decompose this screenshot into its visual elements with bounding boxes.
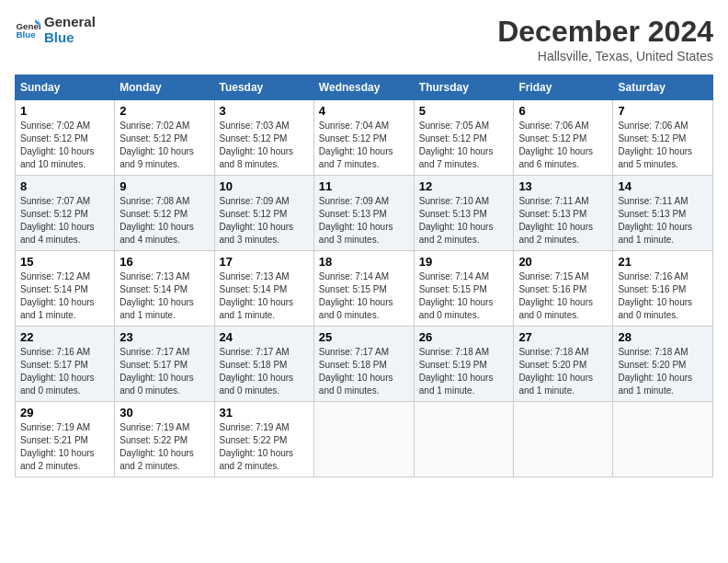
calendar-cell: 29Sunrise: 7:19 AM Sunset: 5:21 PM Dayli… <box>16 402 115 477</box>
calendar-cell: 13Sunrise: 7:11 AM Sunset: 5:13 PM Dayli… <box>514 176 613 251</box>
day-info: Sunrise: 7:17 AM Sunset: 5:17 PM Dayligh… <box>119 347 194 396</box>
calendar-cell: 4Sunrise: 7:04 AM Sunset: 5:12 PM Daylig… <box>313 100 414 176</box>
calendar-week-4: 22Sunrise: 7:16 AM Sunset: 5:17 PM Dayli… <box>16 327 713 402</box>
day-info: Sunrise: 7:09 AM Sunset: 5:12 PM Dayligh… <box>220 196 294 245</box>
calendar-table: SundayMondayTuesdayWednesdayThursdayFrid… <box>15 75 713 477</box>
day-number: 4 <box>319 104 409 118</box>
day-number: 9 <box>119 179 209 193</box>
day-info: Sunrise: 7:17 AM Sunset: 5:18 PM Dayligh… <box>319 347 393 396</box>
calendar-cell: 26Sunrise: 7:18 AM Sunset: 5:19 PM Dayli… <box>414 327 514 402</box>
day-info: Sunrise: 7:19 AM Sunset: 5:21 PM Dayligh… <box>20 422 95 471</box>
calendar-cell: 6Sunrise: 7:06 AM Sunset: 5:12 PM Daylig… <box>514 100 613 176</box>
day-number: 20 <box>518 255 608 269</box>
calendar-cell: 14Sunrise: 7:11 AM Sunset: 5:13 PM Dayli… <box>613 176 713 251</box>
day-info: Sunrise: 7:11 AM Sunset: 5:13 PM Dayligh… <box>618 196 692 245</box>
calendar-cell: 18Sunrise: 7:14 AM Sunset: 5:15 PM Dayli… <box>313 251 414 327</box>
day-info: Sunrise: 7:15 AM Sunset: 5:16 PM Dayligh… <box>518 271 593 320</box>
column-header-tuesday: Tuesday <box>214 75 313 100</box>
column-header-thursday: Thursday <box>414 75 514 100</box>
day-info: Sunrise: 7:14 AM Sunset: 5:15 PM Dayligh… <box>319 271 393 320</box>
day-info: Sunrise: 7:08 AM Sunset: 5:12 PM Dayligh… <box>119 196 194 245</box>
day-number: 30 <box>119 406 209 419</box>
calendar-week-5: 29Sunrise: 7:19 AM Sunset: 5:21 PM Dayli… <box>16 402 713 477</box>
day-number: 17 <box>220 255 309 269</box>
page-header: General Blue General Blue December 2024 … <box>15 15 713 63</box>
calendar-cell: 20Sunrise: 7:15 AM Sunset: 5:16 PM Dayli… <box>514 251 613 327</box>
day-info: Sunrise: 7:19 AM Sunset: 5:22 PM Dayligh… <box>220 422 294 471</box>
calendar-cell <box>414 402 514 477</box>
day-info: Sunrise: 7:18 AM Sunset: 5:20 PM Dayligh… <box>618 347 692 396</box>
day-number: 7 <box>618 104 708 118</box>
day-info: Sunrise: 7:17 AM Sunset: 5:18 PM Dayligh… <box>220 347 294 396</box>
day-number: 13 <box>518 179 608 193</box>
calendar-cell: 1Sunrise: 7:02 AM Sunset: 5:12 PM Daylig… <box>16 100 115 176</box>
day-number: 18 <box>319 255 409 269</box>
day-info: Sunrise: 7:14 AM Sunset: 5:15 PM Dayligh… <box>419 271 494 320</box>
day-number: 31 <box>220 406 309 419</box>
calendar-cell: 22Sunrise: 7:16 AM Sunset: 5:17 PM Dayli… <box>16 327 115 402</box>
day-number: 19 <box>419 255 509 269</box>
day-info: Sunrise: 7:10 AM Sunset: 5:13 PM Dayligh… <box>419 196 494 245</box>
title-block: December 2024 Hallsville, Texas, United … <box>497 15 713 63</box>
day-number: 8 <box>20 179 109 193</box>
calendar-cell: 5Sunrise: 7:05 AM Sunset: 5:12 PM Daylig… <box>414 100 514 176</box>
day-info: Sunrise: 7:12 AM Sunset: 5:14 PM Dayligh… <box>20 271 95 320</box>
calendar-cell: 21Sunrise: 7:16 AM Sunset: 5:16 PM Dayli… <box>613 251 713 327</box>
calendar-week-1: 1Sunrise: 7:02 AM Sunset: 5:12 PM Daylig… <box>16 100 713 176</box>
calendar-cell: 7Sunrise: 7:06 AM Sunset: 5:12 PM Daylig… <box>613 100 713 176</box>
day-info: Sunrise: 7:18 AM Sunset: 5:19 PM Dayligh… <box>419 347 494 396</box>
day-number: 14 <box>618 179 708 193</box>
day-info: Sunrise: 7:03 AM Sunset: 5:12 PM Dayligh… <box>220 121 294 169</box>
calendar-cell: 10Sunrise: 7:09 AM Sunset: 5:12 PM Dayli… <box>214 176 313 251</box>
day-info: Sunrise: 7:06 AM Sunset: 5:12 PM Dayligh… <box>518 121 593 169</box>
calendar-cell: 24Sunrise: 7:17 AM Sunset: 5:18 PM Dayli… <box>214 327 313 402</box>
day-number: 2 <box>119 104 209 118</box>
day-number: 16 <box>119 255 209 269</box>
day-number: 11 <box>319 179 409 193</box>
calendar-cell: 8Sunrise: 7:07 AM Sunset: 5:12 PM Daylig… <box>16 176 115 251</box>
logo-line2: Blue <box>44 30 96 46</box>
calendar-cell: 27Sunrise: 7:18 AM Sunset: 5:20 PM Dayli… <box>514 327 613 402</box>
day-info: Sunrise: 7:02 AM Sunset: 5:12 PM Dayligh… <box>119 121 194 169</box>
day-info: Sunrise: 7:13 AM Sunset: 5:14 PM Dayligh… <box>119 271 194 320</box>
day-info: Sunrise: 7:09 AM Sunset: 5:13 PM Dayligh… <box>319 196 393 245</box>
day-number: 1 <box>20 104 109 118</box>
header-row: SundayMondayTuesdayWednesdayThursdayFrid… <box>16 75 713 100</box>
day-info: Sunrise: 7:05 AM Sunset: 5:12 PM Dayligh… <box>419 121 494 169</box>
calendar-cell: 3Sunrise: 7:03 AM Sunset: 5:12 PM Daylig… <box>214 100 313 176</box>
day-info: Sunrise: 7:19 AM Sunset: 5:22 PM Dayligh… <box>119 422 194 471</box>
calendar-week-3: 15Sunrise: 7:12 AM Sunset: 5:14 PM Dayli… <box>16 251 713 327</box>
day-info: Sunrise: 7:07 AM Sunset: 5:12 PM Dayligh… <box>20 196 95 245</box>
logo-line1: General <box>44 15 96 30</box>
calendar-week-2: 8Sunrise: 7:07 AM Sunset: 5:12 PM Daylig… <box>16 176 713 251</box>
calendar-cell: 28Sunrise: 7:18 AM Sunset: 5:20 PM Dayli… <box>613 327 713 402</box>
location-subtitle: Hallsville, Texas, United States <box>497 49 713 63</box>
day-number: 3 <box>220 104 309 118</box>
day-number: 25 <box>319 330 409 344</box>
day-number: 15 <box>20 255 109 269</box>
day-info: Sunrise: 7:16 AM Sunset: 5:17 PM Dayligh… <box>20 347 95 396</box>
calendar-cell: 23Sunrise: 7:17 AM Sunset: 5:17 PM Dayli… <box>115 327 214 402</box>
day-info: Sunrise: 7:18 AM Sunset: 5:20 PM Dayligh… <box>518 347 593 396</box>
calendar-cell: 25Sunrise: 7:17 AM Sunset: 5:18 PM Dayli… <box>313 327 414 402</box>
column-header-friday: Friday <box>514 75 613 100</box>
day-number: 22 <box>20 330 109 344</box>
calendar-cell: 12Sunrise: 7:10 AM Sunset: 5:13 PM Dayli… <box>414 176 514 251</box>
day-info: Sunrise: 7:02 AM Sunset: 5:12 PM Dayligh… <box>20 121 95 169</box>
day-number: 27 <box>518 330 608 344</box>
calendar-cell: 31Sunrise: 7:19 AM Sunset: 5:22 PM Dayli… <box>214 402 313 477</box>
calendar-cell <box>613 402 713 477</box>
column-header-wednesday: Wednesday <box>313 75 414 100</box>
day-number: 21 <box>618 255 708 269</box>
logo: General Blue General Blue <box>15 15 96 45</box>
calendar-cell: 17Sunrise: 7:13 AM Sunset: 5:14 PM Dayli… <box>214 251 313 327</box>
day-number: 6 <box>518 104 608 118</box>
calendar-cell <box>514 402 613 477</box>
logo-icon: General Blue <box>15 17 40 43</box>
day-number: 5 <box>419 104 509 118</box>
column-header-sunday: Sunday <box>16 75 115 100</box>
calendar-cell: 15Sunrise: 7:12 AM Sunset: 5:14 PM Dayli… <box>16 251 115 327</box>
day-info: Sunrise: 7:04 AM Sunset: 5:12 PM Dayligh… <box>319 121 393 169</box>
calendar-cell: 9Sunrise: 7:08 AM Sunset: 5:12 PM Daylig… <box>115 176 214 251</box>
calendar-cell: 2Sunrise: 7:02 AM Sunset: 5:12 PM Daylig… <box>115 100 214 176</box>
